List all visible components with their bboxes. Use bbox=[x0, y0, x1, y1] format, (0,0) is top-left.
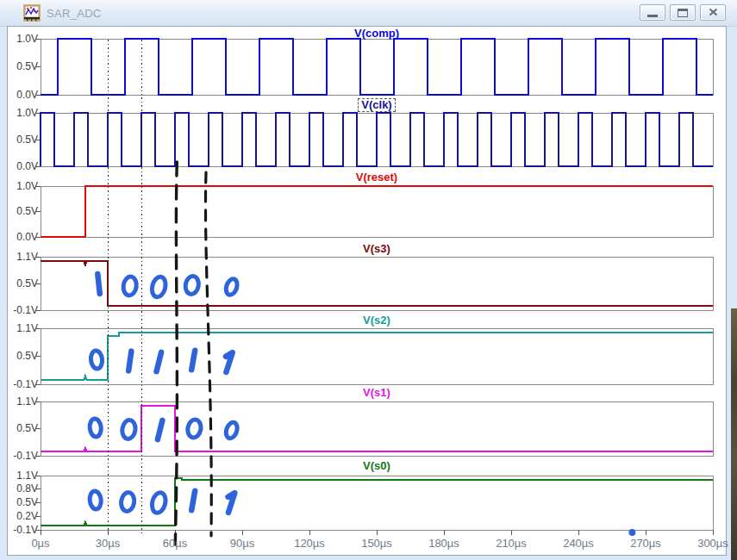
hand-bit-digit-s3 bbox=[224, 277, 239, 296]
hand-bit-digit-s1 bbox=[121, 420, 136, 440]
ytick-label-s3: -0.1V bbox=[0, 305, 38, 316]
hand-bit-digit-s3 bbox=[150, 276, 167, 299]
wave-label-s0[interactable]: V(s0) bbox=[360, 460, 393, 472]
xtick-label: 210µs bbox=[484, 537, 539, 550]
pane-label-row-comp: V(comp) bbox=[41, 28, 713, 40]
hand-dashed-line-60us bbox=[175, 162, 177, 544]
pane-label-row-s1: V(s1) bbox=[41, 387, 713, 399]
pane-box-s2[interactable] bbox=[41, 329, 714, 385]
xtick-label: 240µs bbox=[551, 537, 606, 550]
ytick-label-s1: 1.1V bbox=[0, 396, 38, 408]
ytick-label-s2: 1.1V bbox=[0, 323, 38, 334]
pane-label-row-s0: V(s0) bbox=[41, 460, 713, 472]
trace-s2 bbox=[41, 333, 713, 379]
hand-bit-digit-s3 bbox=[184, 275, 200, 295]
desktop-background-strip bbox=[731, 308, 737, 560]
ytick-label-comp: 0.5V bbox=[0, 61, 38, 72]
trace-s3 bbox=[41, 261, 713, 306]
hand-bit-digit-s0 bbox=[89, 490, 102, 509]
hand-bit-digit-s1 bbox=[89, 418, 102, 437]
trace-clk bbox=[41, 113, 713, 166]
hand-bit-digit-s3 bbox=[122, 276, 138, 296]
hand-bit-digit-s1 bbox=[186, 419, 202, 439]
xtick-label: 60µs bbox=[147, 537, 203, 550]
pane-label-row-s3: V(s3) bbox=[41, 243, 713, 255]
ytick-label-s2: 0.5V bbox=[0, 351, 38, 362]
ytick-label-comp: 1.0V bbox=[0, 34, 38, 45]
hand-bit-digit-s2 bbox=[90, 350, 103, 369]
pane-label-row-clk: V(clk) bbox=[41, 99, 713, 111]
wave-label-s2[interactable]: V(s2) bbox=[360, 314, 393, 327]
plot-root: V(comp)1.0V0.5V0.0VV(clk)1.0V0.5V0.0VV(r… bbox=[0, 0, 737, 560]
ytick-label-comp: 0.0V bbox=[0, 90, 38, 101]
ytick-label-s0: -0.1V bbox=[0, 525, 38, 536]
ytick-label-clk: 1.0V bbox=[0, 108, 38, 119]
xtick-label: 150µs bbox=[349, 537, 404, 550]
xtick-label: 0µs bbox=[13, 537, 68, 550]
ytick-label-s3: 0.5V bbox=[0, 278, 38, 289]
ytick-label-s0: 0.5V bbox=[0, 497, 38, 508]
pane-box-s0[interactable] bbox=[41, 476, 714, 531]
hand-bit-digit-s1 bbox=[224, 421, 239, 440]
xtick-label: 270µs bbox=[618, 537, 673, 550]
wave-label-s3[interactable]: V(s3) bbox=[360, 243, 393, 255]
hand-bit-digit-s3 bbox=[97, 274, 99, 294]
ytick-label-clk: 0.0V bbox=[0, 161, 38, 172]
pane-label-row-reset: V(reset) bbox=[41, 171, 713, 184]
ytick-label-s3: 1.1V bbox=[0, 252, 38, 263]
xtick-label: 30µs bbox=[80, 537, 135, 550]
xtick-label: 90µs bbox=[215, 537, 270, 550]
hand-bit-digit-s2 bbox=[191, 351, 195, 370]
ytick-label-s0: 1.1V bbox=[0, 470, 38, 482]
ytick-label-reset: 0.0V bbox=[0, 232, 38, 243]
hand-bit-digit-s0 bbox=[223, 491, 234, 513]
hand-bit-digit-s0 bbox=[150, 491, 167, 514]
hand-blue-dot bbox=[628, 529, 635, 536]
hand-bit-digit-s2 bbox=[128, 352, 131, 371]
wave-label-reset[interactable]: V(reset) bbox=[353, 171, 400, 184]
wave-label-s1[interactable]: V(s1) bbox=[360, 387, 393, 399]
ytick-label-s0: 0.8V bbox=[0, 483, 38, 495]
hand-bit-digit-s2 bbox=[157, 352, 162, 371]
hand-bit-digit-s1 bbox=[158, 420, 163, 439]
ytick-label-s1: 0.5V bbox=[0, 423, 38, 434]
ytick-label-s0: 0.2V bbox=[0, 511, 38, 522]
xtick-label: 300µs bbox=[685, 537, 737, 550]
ytick-label-reset: 1.0V bbox=[0, 181, 38, 192]
xtick-label: 180µs bbox=[416, 537, 472, 550]
hand-bit-digit-s0 bbox=[191, 491, 195, 511]
wave-label-comp[interactable]: V(comp) bbox=[352, 28, 402, 40]
hand-dashed-line-75us bbox=[205, 172, 211, 536]
waveform-canvas[interactable] bbox=[0, 0, 737, 560]
hand-bit-digit-s0 bbox=[120, 492, 135, 513]
ytick-label-clk: 0.5V bbox=[0, 134, 38, 146]
ytick-label-reset: 0.5V bbox=[0, 206, 38, 217]
ltspice-waveform-window: SAR_ADC V(comp)1.0V0.5V0.0VV(clk)1.0V0.5… bbox=[0, 0, 737, 560]
hand-bit-digit-s2 bbox=[222, 351, 233, 372]
wave-label-clk[interactable]: V(clk) bbox=[359, 99, 394, 111]
ytick-label-s1: -0.1V bbox=[0, 451, 38, 462]
xtick-label: 120µs bbox=[282, 537, 337, 550]
ytick-label-s2: -0.1V bbox=[0, 379, 38, 390]
pane-label-row-s2: V(s2) bbox=[41, 314, 713, 327]
